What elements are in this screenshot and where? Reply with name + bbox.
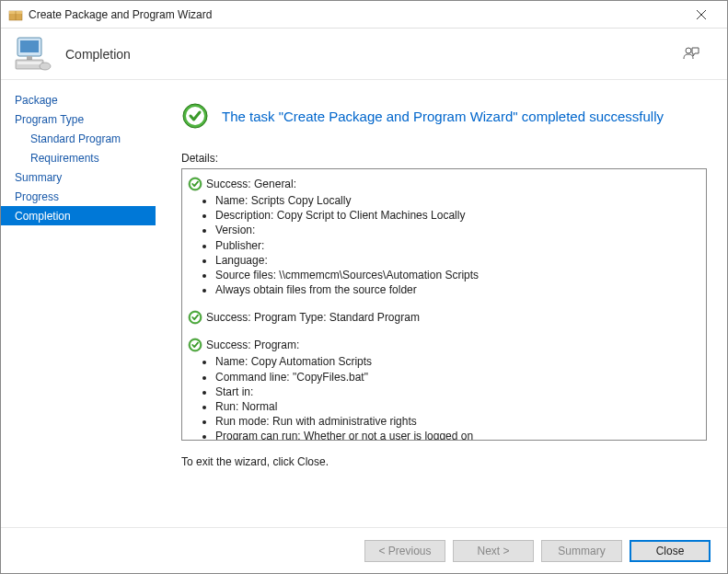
svg-rect-4 [20,40,39,52]
section-title: Success: General: [206,178,296,190]
success-icon [188,338,202,352]
package-icon [8,7,23,22]
completion-message: The task "Create Package and Program Wiz… [222,109,664,124]
detail-line: Description: Copy Script to Client Machi… [215,208,700,223]
summary-button: Summary [541,540,622,562]
detail-line: Run: Normal [215,399,700,414]
nav-item-program-type[interactable]: Program Type [1,109,156,129]
previous-button: < Previous [364,540,445,562]
computer-icon [14,35,52,74]
details-section: Success: Program Type: Standard Program [188,310,700,325]
wizard-header: Completion [1,29,727,79]
section-title: Success: Program Type: Standard Program [206,311,420,324]
detail-line: Command line: "CopyFiles.bat" [215,370,700,385]
feedback-icon[interactable] [677,40,705,68]
detail-line: Always obtain files from the source fold… [215,282,700,297]
content-area: PackageProgram TypeStandard ProgramRequi… [1,80,727,527]
detail-line: Program can run: Whether or not a user i… [215,429,700,440]
details-label: Details: [181,152,707,165]
nav-item-standard-program[interactable]: Standard Program [1,129,156,148]
section-list: Name: Scripts Copy LocallyDescription: C… [188,193,700,297]
section-header: Success: General: [188,177,700,191]
detail-line: Source files: \\cmmemcm\Sources\Automati… [215,268,700,282]
section-title: Success: Program: [206,339,299,351]
details-scroll[interactable]: Success: General:Name: Scripts Copy Loca… [182,169,706,440]
svg-rect-7 [17,62,41,64]
detail-line: Publisher: [215,238,700,253]
success-icon [188,310,202,325]
section-header: Success: Program Type: Standard Program [188,310,700,325]
details-section: Success: General:Name: Scripts Copy Loca… [188,177,700,297]
detail-line: Run mode: Run with administrative rights [215,414,700,429]
detail-line: Name: Scripts Copy Locally [215,193,700,208]
nav-item-requirements[interactable]: Requirements [1,148,156,167]
nav-item-progress[interactable]: Progress [1,187,156,206]
section-header: Success: Program: [188,338,700,352]
svg-point-9 [686,48,691,53]
window-title: Create Package and Program Wizard [29,8,683,21]
details-box: Success: General:Name: Scripts Copy Loca… [181,168,707,441]
detail-line: Language: [215,253,700,268]
nav-item-summary[interactable]: Summary [1,167,156,187]
wizard-footer: < Previous Next > Summary Close [1,527,727,573]
section-list: Name: Copy Automation ScriptsCommand lin… [188,354,700,440]
main-panel: The task "Create Package and Program Wiz… [156,80,727,527]
wizard-nav: PackageProgram TypeStandard ProgramRequi… [1,80,156,527]
titlebar: Create Package and Program Wizard [1,1,727,29]
detail-line: Name: Copy Automation Scripts [215,354,700,369]
svg-point-8 [40,63,51,70]
next-button: Next > [453,540,534,562]
exit-hint: To exit the wizard, click Close. [181,455,707,468]
nav-item-completion[interactable]: Completion [1,206,156,225]
detail-line: Version: [215,223,700,237]
detail-line: Start in: [215,385,700,399]
close-icon[interactable] [683,2,720,28]
nav-item-package[interactable]: Package [1,90,156,109]
page-title: Completion [65,47,677,62]
completion-banner: The task "Create Package and Program Wiz… [181,102,707,130]
details-section: Success: Program:Name: Copy Automation S… [188,338,700,440]
close-button[interactable]: Close [630,540,711,562]
svg-rect-5 [27,56,32,60]
success-icon [181,102,209,130]
success-icon [188,177,202,191]
